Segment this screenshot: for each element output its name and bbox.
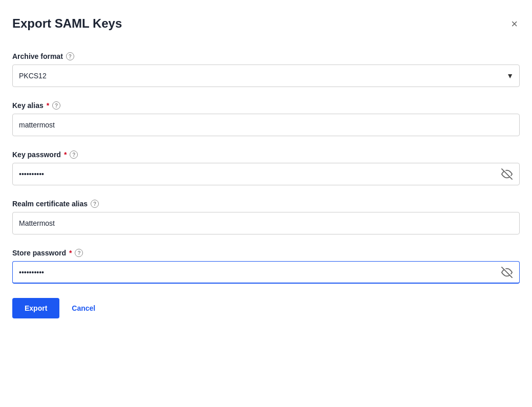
key-alias-group: Key alias * ? <box>12 101 520 136</box>
modal-header: Export SAML Keys × <box>12 16 520 32</box>
modal-title: Export SAML Keys <box>12 16 122 31</box>
key-alias-label: Key alias * ? <box>12 101 520 110</box>
close-button[interactable]: × <box>509 16 520 32</box>
export-button[interactable]: Export <box>12 298 59 318</box>
eye-slash-icon <box>501 168 513 180</box>
export-saml-modal: Export SAML Keys × Archive format ? PKCS… <box>0 0 532 407</box>
form-actions: Export Cancel <box>12 298 520 318</box>
cancel-button[interactable]: Cancel <box>68 299 99 317</box>
store-password-group: Store password * ? <box>12 249 520 284</box>
store-password-input[interactable] <box>12 261 520 284</box>
realm-cert-alias-help-icon[interactable]: ? <box>91 200 99 208</box>
eye-slash-icon <box>501 267 513 278</box>
archive-format-label: Archive format ? <box>12 52 520 60</box>
key-password-toggle-visibility-button[interactable] <box>499 166 515 182</box>
realm-cert-alias-group: Realm certificate alias ? <box>12 200 520 234</box>
key-alias-input[interactable] <box>12 114 520 136</box>
archive-format-select-wrapper: PKCS12 JKS ▼ <box>12 65 520 87</box>
realm-cert-alias-input[interactable] <box>12 212 520 234</box>
store-password-label: Store password * ? <box>12 249 520 257</box>
key-alias-required: * <box>47 101 49 110</box>
store-password-input-wrapper <box>12 261 520 284</box>
store-password-toggle-visibility-button[interactable] <box>499 265 515 280</box>
archive-format-help-icon[interactable]: ? <box>66 52 74 60</box>
key-password-group: Key password * ? <box>12 151 520 185</box>
key-password-label: Key password * ? <box>12 151 520 159</box>
archive-format-select[interactable]: PKCS12 JKS <box>12 65 520 87</box>
key-password-required: * <box>64 151 67 159</box>
key-password-input[interactable] <box>12 163 520 185</box>
store-password-help-icon[interactable]: ? <box>75 249 83 257</box>
key-password-input-wrapper <box>12 163 520 185</box>
realm-cert-alias-label: Realm certificate alias ? <box>12 200 520 208</box>
store-password-required: * <box>69 249 72 257</box>
key-alias-help-icon[interactable]: ? <box>52 101 60 110</box>
archive-format-group: Archive format ? PKCS12 JKS ▼ <box>12 52 520 87</box>
key-password-help-icon[interactable]: ? <box>70 151 78 159</box>
